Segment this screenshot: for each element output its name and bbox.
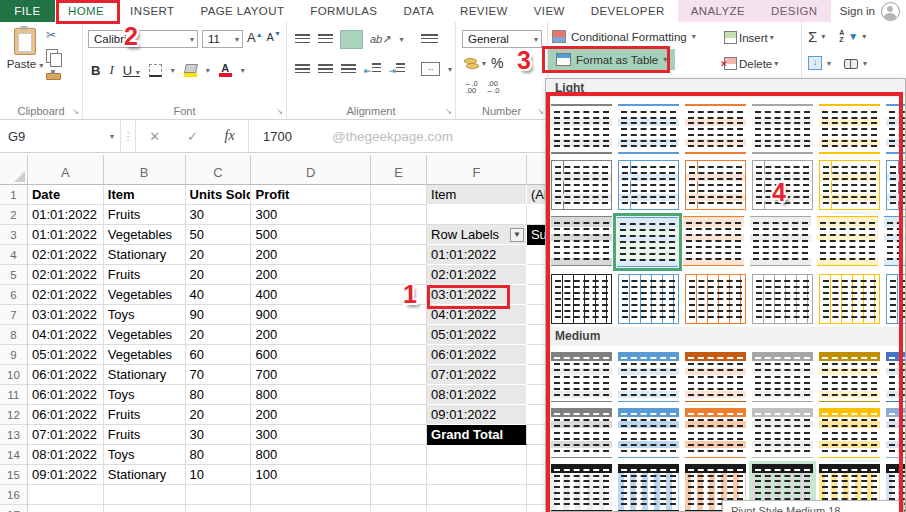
cell-A14[interactable]: 08:01:2022: [28, 445, 104, 465]
cell-A16[interactable]: [28, 485, 104, 505]
sort-filter-button[interactable]: AZ: [839, 30, 844, 43]
cell-F9[interactable]: 06:01:2022: [427, 345, 527, 365]
cell-B17[interactable]: [104, 505, 186, 512]
cell-A5[interactable]: 02:01:2022: [28, 265, 104, 285]
cell-E6[interactable]: [371, 285, 427, 305]
tab-file[interactable]: FILE: [0, 0, 55, 22]
tab-review[interactable]: REVIEW: [447, 0, 521, 22]
row-header-8[interactable]: 8: [0, 325, 28, 345]
cell-C13[interactable]: 30: [186, 425, 252, 445]
cell-E17[interactable]: [371, 505, 427, 512]
cell-F4[interactable]: 01:01:2022: [427, 245, 527, 265]
column-header-F[interactable]: F: [427, 155, 527, 185]
cell-C16[interactable]: [186, 485, 252, 505]
font-family-combo[interactable]: Calibri▾: [88, 30, 198, 48]
cell-D1[interactable]: Profit: [251, 185, 371, 205]
cell-A12[interactable]: 06:01:2022: [28, 405, 104, 425]
cell-F10[interactable]: 07:01:2022: [427, 365, 527, 385]
cell-C7[interactable]: 90: [186, 305, 252, 325]
orientation-button[interactable]: ab↗: [370, 33, 391, 46]
cell-E12[interactable]: [371, 405, 427, 425]
row-header-4[interactable]: 4: [0, 245, 28, 265]
cell-F14[interactable]: [427, 445, 527, 465]
cell-F12[interactable]: 09:01:2022: [427, 405, 527, 425]
cell-E5[interactable]: [371, 265, 427, 285]
row-header-5[interactable]: 5: [0, 265, 28, 285]
cell-B6[interactable]: Vegetables: [104, 285, 186, 305]
cell-D7[interactable]: 900: [251, 305, 371, 325]
align-right-button[interactable]: [341, 64, 356, 75]
select-all-corner[interactable]: [0, 155, 28, 185]
wrap-text-button[interactable]: [421, 34, 438, 45]
cell-B11[interactable]: Toys: [104, 385, 186, 405]
paste-button[interactable]: Paste ▾: [6, 26, 44, 98]
bold-button[interactable]: B: [91, 63, 100, 78]
cell-B5[interactable]: Fruits: [104, 265, 186, 285]
autosum-button[interactable]: Σ: [808, 28, 817, 45]
insert-function-button[interactable]: fx: [225, 128, 235, 144]
row-header-14[interactable]: 14: [0, 445, 28, 465]
cell-D10[interactable]: 700: [251, 365, 371, 385]
row-header-3[interactable]: 3: [0, 225, 28, 245]
column-header-A[interactable]: A: [28, 155, 104, 185]
merge-center-button[interactable]: ↔: [421, 62, 440, 76]
fill-color-button[interactable]: [184, 64, 197, 77]
find-select-button[interactable]: [844, 59, 858, 68]
row-header-1[interactable]: 1: [0, 185, 28, 205]
cell-A9[interactable]: 05:01:2022: [28, 345, 104, 365]
tab-design[interactable]: DESIGN: [758, 0, 831, 22]
cell-B8[interactable]: Vegetables: [104, 325, 186, 345]
cell-F17[interactable]: [427, 505, 527, 512]
font-size-combo[interactable]: 11▾: [202, 30, 243, 48]
cell-C2[interactable]: 30: [186, 205, 252, 225]
cell-E11[interactable]: [371, 385, 427, 405]
row-header-11[interactable]: 11: [0, 385, 28, 405]
cell-A4[interactable]: 02:01:2022: [28, 245, 104, 265]
cell-E14[interactable]: [371, 445, 427, 465]
cell-A10[interactable]: 06:01:2022: [28, 365, 104, 385]
cell-E9[interactable]: [371, 345, 427, 365]
row-labels-filter-icon[interactable]: ▼: [510, 228, 524, 242]
cell-F5[interactable]: 02:01:2022: [427, 265, 527, 285]
font-color-button[interactable]: A: [219, 64, 232, 77]
percent-style-button[interactable]: %: [491, 55, 503, 71]
cell-C14[interactable]: 80: [186, 445, 252, 465]
insert-cells-button[interactable]: Insert ▾: [722, 29, 776, 46]
row-header-9[interactable]: 9: [0, 345, 28, 365]
cell-A1[interactable]: Date: [28, 185, 104, 205]
cell-D2[interactable]: 300: [251, 205, 371, 225]
row-header-10[interactable]: 10: [0, 365, 28, 385]
cell-D6[interactable]: 400: [251, 285, 371, 305]
cell-C4[interactable]: 20: [186, 245, 252, 265]
cell-A17[interactable]: [28, 505, 104, 512]
cell-F15[interactable]: [427, 465, 527, 485]
cell-E8[interactable]: [371, 325, 427, 345]
number-dialog-launcher[interactable]: ↘: [537, 107, 544, 116]
cell-B14[interactable]: Toys: [104, 445, 186, 465]
cell-F11[interactable]: 08:01:2022: [427, 385, 527, 405]
cell-B15[interactable]: Stationary: [104, 465, 186, 485]
cell-B16[interactable]: [104, 485, 186, 505]
cell-D5[interactable]: 200: [251, 265, 371, 285]
cell-F3[interactable]: Row Labels▼: [427, 225, 527, 245]
align-middle-button[interactable]: [318, 34, 333, 45]
increase-decimal-button[interactable]: ←.0.00: [464, 80, 478, 94]
cell-C17[interactable]: [186, 505, 252, 512]
shrink-font-button[interactable]: A▼: [267, 30, 281, 48]
cut-button[interactable]: ✂: [46, 28, 61, 42]
align-top-button[interactable]: [295, 34, 310, 45]
cell-B9[interactable]: Vegetables: [104, 345, 186, 365]
cell-A11[interactable]: 06:01:2022: [28, 385, 104, 405]
tab-formulas[interactable]: FORMULAS: [297, 0, 390, 22]
column-header-B[interactable]: B: [104, 155, 186, 185]
cell-C12[interactable]: 20: [186, 405, 252, 425]
column-header-C[interactable]: C: [186, 155, 252, 185]
decrease-indent-button[interactable]: ⇤: [364, 63, 381, 76]
cell-E3[interactable]: [371, 225, 427, 245]
grow-font-button[interactable]: A▲: [247, 30, 263, 48]
conditional-formatting-button[interactable]: Conditional Formatting ▾: [548, 28, 700, 45]
row-header-6[interactable]: 6: [0, 285, 28, 305]
cell-D13[interactable]: 300: [251, 425, 371, 445]
decrease-decimal-button[interactable]: .00→.0: [486, 80, 500, 94]
cell-C5[interactable]: 20: [186, 265, 252, 285]
